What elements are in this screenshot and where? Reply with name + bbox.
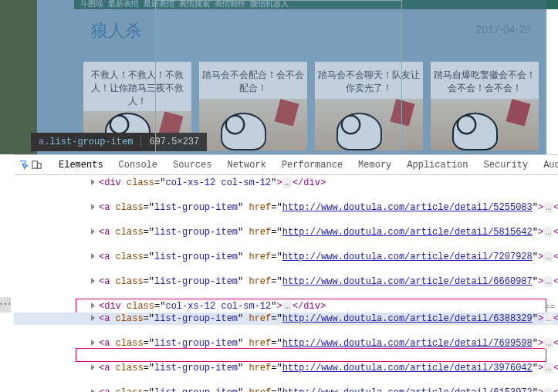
dom-node[interactable]: <a class="list-group-item" href="http://… (14, 362, 558, 374)
tab-elements[interactable]: Elements (52, 155, 110, 175)
dom-node[interactable]: <div class="col-xs-12 col-sm-12">…</div> (14, 177, 558, 189)
dom-comment[interactable] (14, 350, 558, 362)
svg-rect-0 (32, 161, 38, 168)
collapsed-gutter-icon[interactable]: ••• (0, 297, 11, 313)
tab-console[interactable]: Console (112, 155, 164, 175)
dom-node[interactable]: <a class="list-group-item" href="http://… (14, 275, 558, 288)
dom-node[interactable]: <a class="list-group-item" href="http://… (14, 226, 558, 238)
tab-network[interactable]: Network (220, 155, 272, 175)
dom-comment[interactable] (14, 374, 558, 387)
inspect-overlay-left (0, 0, 37, 154)
svg-rect-1 (37, 164, 41, 169)
dom-comment[interactable] (14, 238, 558, 251)
tooltip-tag: a (39, 137, 44, 147)
page-viewport: 斗图啦 最新表情 最新表情 表情搜索 表情制作 微信机器人 狼人杀 2017-0… (0, 0, 558, 154)
inspect-icon[interactable] (19, 157, 29, 174)
devtools-panel: Elements Console Sources Network Perform… (14, 154, 558, 392)
tab-memory[interactable]: Memory (351, 155, 398, 175)
dom-comment[interactable] (14, 325, 558, 337)
inspect-tooltip: a.list-group-item 697.5×237 (31, 133, 207, 151)
dom-node[interactable]: <a class="list-group-item" href="http://… (14, 387, 558, 392)
dom-comment[interactable] (14, 288, 558, 300)
tooltip-dimensions: 697.5×237 (140, 137, 199, 147)
inspect-overlay (37, 0, 546, 154)
dom-node[interactable]: <a class="list-group-item" href="http://… (14, 201, 558, 214)
dom-comment[interactable] (14, 189, 558, 201)
tab-application[interactable]: Application (400, 155, 475, 175)
dom-node[interactable]: <div class="col-xs-12 col-sm-12">…</div> (14, 300, 558, 313)
dom-node[interactable]: <a class="list-group-item" href="http://… (14, 251, 558, 263)
tooltip-dot: . (44, 137, 49, 147)
dom-node[interactable]: <a class="list-group-item" href="http://… (14, 313, 558, 325)
tooltip-class: list-group-item (49, 137, 133, 147)
tab-performance[interactable]: Performance (275, 155, 350, 175)
devtools-toolbar: Elements Console Sources Network Perform… (14, 155, 558, 175)
tab-sources[interactable]: Sources (166, 155, 218, 175)
dom-comment[interactable] (14, 214, 558, 226)
dom-tree[interactable]: == $0 <div class="col-xs-12 col-sm-12">…… (14, 175, 558, 392)
tab-security[interactable]: Security (477, 155, 536, 175)
tab-audits[interactable]: Audits (536, 155, 558, 175)
dom-node[interactable]: <a class="list-group-item" href="http://… (14, 337, 558, 350)
dom-comment[interactable] (14, 263, 558, 275)
device-toggle-icon[interactable] (31, 157, 42, 174)
